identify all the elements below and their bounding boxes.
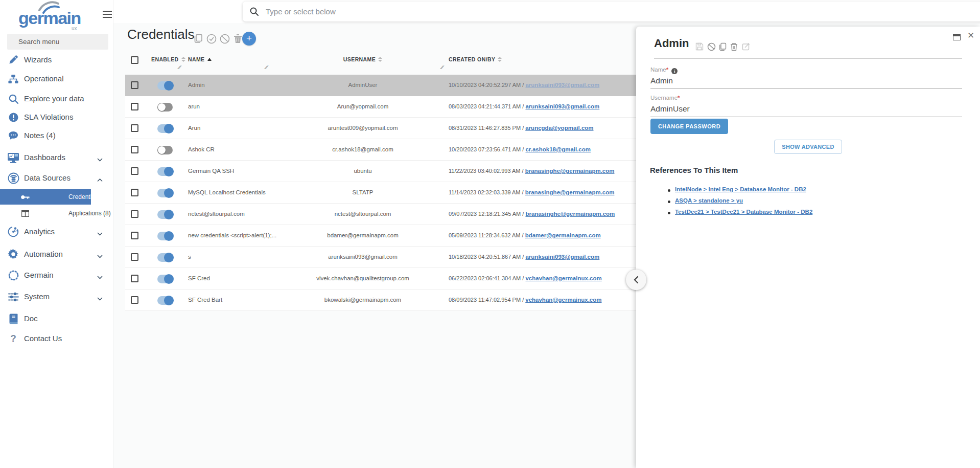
column-resize-handle[interactable]: ⁄⁄ xyxy=(178,64,181,70)
table-row[interactable]: SF Cred Bartbkowalski@germainapm.com08/0… xyxy=(125,289,636,311)
row-checkbox[interactable] xyxy=(131,296,138,304)
table-row[interactable]: AdminAdminUser10/10/2023 04:20:52.297 AM… xyxy=(125,75,636,96)
chevron-down-icon xyxy=(97,154,103,164)
enabled-toggle[interactable] xyxy=(157,103,173,112)
check-circle-icon[interactable] xyxy=(206,34,217,44)
sidebar-item-sla-violations[interactable]: SLA Violations xyxy=(0,109,113,125)
row-checkbox[interactable] xyxy=(131,81,138,89)
table-row[interactable]: new credentials <script>alert(1);...bdam… xyxy=(125,225,636,247)
panel-collapse-button[interactable] xyxy=(626,270,646,290)
credential-name: Admin xyxy=(188,82,205,88)
info-icon[interactable]: i xyxy=(671,68,678,74)
created-by-link[interactable]: bdamer@germainapm.com xyxy=(525,232,601,238)
credential-name: Arun xyxy=(188,125,200,131)
select-all-checkbox[interactable] xyxy=(131,56,138,64)
edit-icon[interactable] xyxy=(742,42,751,51)
created-by-link[interactable]: arunksaini093@gmail.com xyxy=(525,103,599,109)
show-advanced-button[interactable]: SHOW ADVANCED xyxy=(774,140,842,154)
credential-name: s xyxy=(188,254,191,260)
enabled-toggle[interactable] xyxy=(157,210,173,219)
sidebar-search-input[interactable] xyxy=(7,34,108,50)
row-checkbox[interactable] xyxy=(131,210,138,218)
sidebar-item-germain[interactable]: Germain xyxy=(0,268,113,283)
row-checkbox[interactable] xyxy=(131,189,138,196)
copy-icon[interactable] xyxy=(193,34,203,44)
sidebar-item-doc[interactable]: Doc xyxy=(0,311,113,326)
table-row[interactable]: SF Credvivek.chavhan@qualitestgroup.com0… xyxy=(125,268,636,289)
row-checkbox[interactable] xyxy=(131,253,138,261)
created-by-link[interactable]: branasinghe@germainapm.com xyxy=(525,189,615,195)
chevron-left-icon xyxy=(634,276,639,284)
sidebar-item-analytics[interactable]: Analytics xyxy=(0,224,113,239)
created-by-link[interactable]: aruncgda@yopmail.com xyxy=(525,125,593,131)
sidebar-item-applications-8[interactable]: Applications (8) xyxy=(0,206,113,221)
enabled-toggle[interactable] xyxy=(157,189,173,197)
created-by-link[interactable]: arunksaini093@gmail.com xyxy=(525,254,599,260)
enabled-toggle[interactable] xyxy=(157,253,173,262)
sidebar-item-explore-your-data[interactable]: Explore your data xyxy=(0,91,113,106)
sidebar-item-system[interactable]: System xyxy=(0,289,113,304)
username-field[interactable]: AdminUser xyxy=(650,104,690,114)
row-checkbox[interactable] xyxy=(131,275,138,282)
sidebar-item-credentials-9[interactable]: Credentials (9) xyxy=(0,189,91,205)
enabled-toggle[interactable] xyxy=(157,81,173,90)
add-credential-button[interactable]: + xyxy=(242,32,256,46)
created-by-link[interactable]: arunksaini093@gmail.com xyxy=(525,82,599,88)
table-row[interactable]: Ashok CRcr.ashok18@gmail.com10/20/2023 0… xyxy=(125,139,636,161)
table-row[interactable]: nctest@sltourpal.comnctest@sltourpal.com… xyxy=(125,204,636,225)
ban-icon[interactable] xyxy=(707,42,716,51)
enabled-toggle[interactable] xyxy=(157,146,173,154)
sidebar-item-wizards[interactable]: Wizards xyxy=(0,52,113,68)
enabled-toggle[interactable] xyxy=(157,124,173,133)
column-header-enabled[interactable]: ENABLED xyxy=(151,56,185,62)
save-icon[interactable] xyxy=(695,42,704,51)
column-header-username[interactable]: USERNAME xyxy=(322,56,404,62)
enabled-toggle[interactable] xyxy=(157,275,173,283)
sidebar-item-operational[interactable]: Operational xyxy=(0,71,113,86)
credential-created: 10/20/2023 07:23:56.471 AM / cr.ashok18@… xyxy=(449,146,591,152)
reference-link[interactable]: IntelNode > Intel Eng > Database Monitor… xyxy=(675,186,806,192)
trash-icon[interactable] xyxy=(730,42,739,51)
window-maximize-icon[interactable] xyxy=(953,33,961,42)
created-by-link[interactable]: cr.ashok18@gmail.com xyxy=(525,146,591,152)
credential-created: 10/18/2023 04:20:51.867 AM / arunksaini0… xyxy=(449,254,599,260)
column-resize-handle[interactable]: ⁄⁄ xyxy=(441,64,444,70)
row-checkbox[interactable] xyxy=(131,103,138,110)
menu-icon[interactable] xyxy=(103,11,112,18)
global-search-input[interactable] xyxy=(243,2,980,21)
sidebar-item-automation[interactable]: Automation xyxy=(0,247,113,262)
credential-username: bkowalski@germainapm.com xyxy=(281,297,445,303)
ban-icon[interactable] xyxy=(220,34,230,44)
column-header-name[interactable]: NAME xyxy=(188,56,212,62)
column-header-created[interactable]: CREATED ON/BY xyxy=(449,56,502,62)
created-by-link[interactable]: branasinghe@germainapm.com xyxy=(525,168,615,174)
table-row[interactable]: Arunaruntest009@yopmail.com08/31/2023 11… xyxy=(125,118,636,139)
reference-link[interactable]: ASQA > standalone > yu xyxy=(675,197,743,204)
enabled-toggle[interactable] xyxy=(157,232,173,240)
enabled-toggle[interactable] xyxy=(157,167,173,176)
table-row[interactable]: MySQL Localhost CredentialsSLTATP11/14/2… xyxy=(125,182,636,204)
sidebar-item-contact-us[interactable]: ?Contact Us xyxy=(0,331,113,346)
created-by-link[interactable]: vchavhan@germainux.com xyxy=(525,275,601,281)
change-password-button[interactable]: CHANGE PASSWORD xyxy=(650,119,728,134)
table-row[interactable]: sarunksaini093@gmail.com10/18/2023 04:20… xyxy=(125,247,636,268)
row-checkbox[interactable] xyxy=(131,124,138,132)
enabled-toggle[interactable] xyxy=(157,296,173,305)
row-checkbox[interactable] xyxy=(131,167,138,175)
column-resize-handle[interactable]: ⁄⁄ xyxy=(265,64,268,70)
reference-link[interactable]: TestDec21 > TestDec21 > Database Monitor… xyxy=(675,209,812,215)
sidebar-item-data-sources[interactable]: Data Sources xyxy=(0,170,113,186)
name-field[interactable]: Admin xyxy=(650,76,673,85)
created-by-link[interactable]: vchavhan@germainux.com xyxy=(525,297,601,303)
row-checkbox[interactable] xyxy=(131,146,138,153)
close-icon[interactable]: ✕ xyxy=(967,30,974,41)
sidebar-item-notes-4[interactable]: Notes (4) xyxy=(0,128,113,143)
created-by-link[interactable]: branasinghe@germainapm.com xyxy=(525,211,615,217)
sidebar-item-dashboards[interactable]: Dashboards xyxy=(0,150,113,165)
row-checkbox[interactable] xyxy=(131,232,138,239)
copy-icon[interactable] xyxy=(718,42,727,51)
table-row[interactable]: Germain QA SSHubuntu11/22/2023 03:40:02.… xyxy=(125,161,636,182)
book-icon xyxy=(6,312,20,325)
question-icon: ? xyxy=(6,332,20,345)
table-row[interactable]: arunArun@yopmail.com08/03/2023 04:21:44.… xyxy=(125,96,636,118)
